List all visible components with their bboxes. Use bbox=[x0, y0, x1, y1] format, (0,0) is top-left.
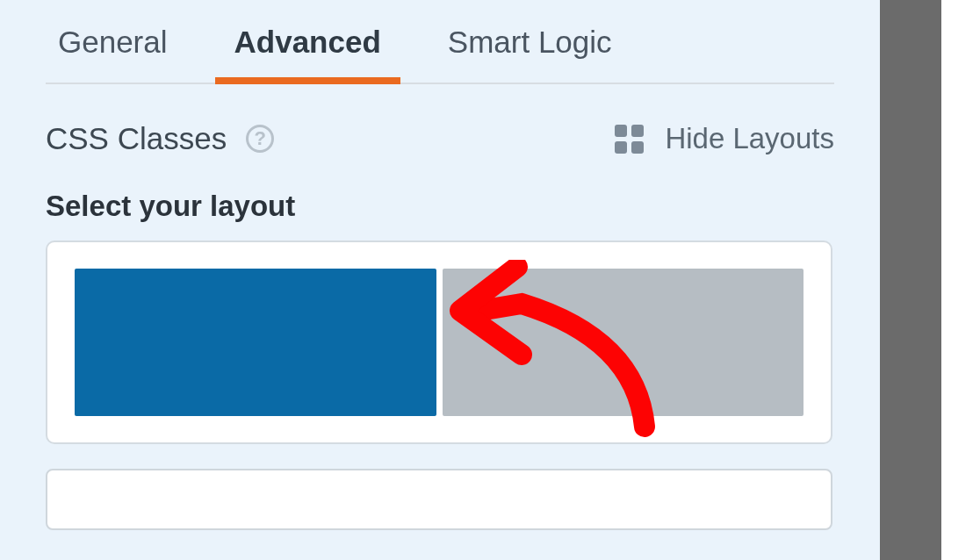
tabs-bar: General Advanced Smart Logic bbox=[46, 0, 834, 84]
hide-layouts-label: Hide Layouts bbox=[665, 122, 834, 155]
css-classes-row: CSS Classes ? Hide Layouts bbox=[46, 121, 834, 156]
tab-general[interactable]: General bbox=[46, 16, 180, 83]
tab-smart-logic[interactable]: Smart Logic bbox=[436, 16, 624, 83]
side-strip bbox=[880, 0, 941, 560]
help-icon[interactable]: ? bbox=[246, 125, 274, 153]
layout-column-left[interactable] bbox=[75, 269, 436, 416]
tab-advanced[interactable]: Advanced bbox=[222, 16, 393, 83]
layout-option-row[interactable] bbox=[46, 469, 832, 530]
select-layout-heading: Select your layout bbox=[46, 190, 880, 223]
white-edge bbox=[941, 0, 980, 560]
layout-preview-card bbox=[46, 241, 832, 444]
hide-layouts-button[interactable]: Hide Layouts bbox=[615, 122, 834, 155]
css-classes-label: CSS Classes bbox=[46, 121, 227, 156]
grid-icon bbox=[615, 125, 644, 154]
layout-column-right[interactable] bbox=[443, 269, 804, 416]
